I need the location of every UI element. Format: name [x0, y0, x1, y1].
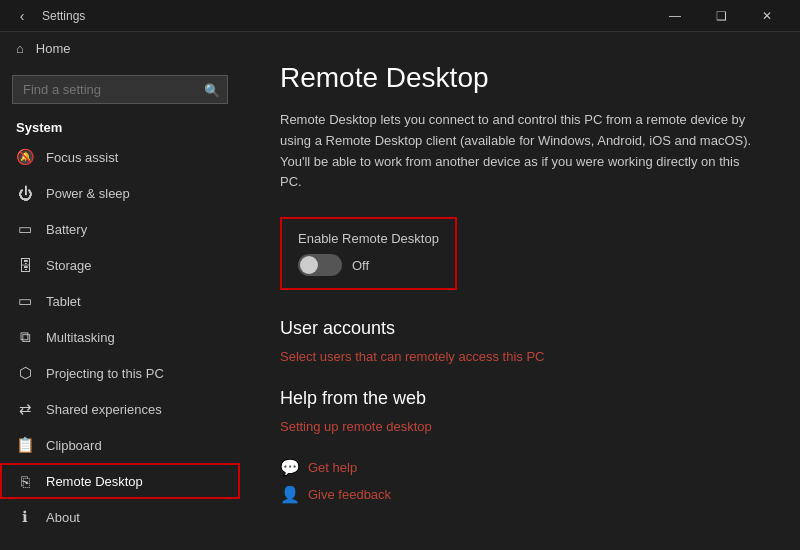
sidebar-item-focus-assist[interactable]: 🔕 Focus assist — [0, 139, 240, 175]
content-area: Remote Desktop Remote Desktop lets you c… — [240, 32, 800, 550]
sidebar-item-power-sleep[interactable]: ⏻ Power & sleep — [0, 175, 240, 211]
battery-label: Battery — [46, 222, 87, 237]
sidebar-item-multitasking[interactable]: ⧉ Multitasking — [0, 319, 240, 355]
window-controls: — ❑ ✕ — [652, 0, 790, 32]
page-title: Remote Desktop — [280, 62, 760, 94]
power-icon: ⏻ — [16, 184, 34, 202]
focus-assist-icon: 🔕 — [16, 148, 34, 166]
about-label: About — [46, 510, 80, 525]
toggle-row: Off — [298, 254, 439, 276]
close-button[interactable]: ✕ — [744, 0, 790, 32]
minimize-button[interactable]: — — [652, 0, 698, 32]
app-container: ⌂ Home 🔍 System 🔕 Focus assist ⏻ Power &… — [0, 32, 800, 550]
sidebar-item-storage[interactable]: 🗄 Storage — [0, 247, 240, 283]
back-button[interactable]: ‹ — [10, 4, 34, 28]
remote-desktop-icon: ⎘ — [16, 472, 34, 490]
titlebar: ‹ Settings — ❑ ✕ — [0, 0, 800, 32]
clipboard-label: Clipboard — [46, 438, 102, 453]
enable-remote-desktop-box: Enable Remote Desktop Off — [280, 217, 457, 290]
sidebar-item-projecting[interactable]: ⬡ Projecting to this PC — [0, 355, 240, 391]
help-link[interactable]: Setting up remote desktop — [280, 419, 760, 434]
sidebar-item-home[interactable]: ⌂ Home — [0, 32, 240, 65]
get-help-icon: 💬 — [280, 458, 300, 477]
give-feedback-link[interactable]: Give feedback — [308, 487, 391, 502]
give-feedback-icon: 👤 — [280, 485, 300, 504]
content-description: Remote Desktop lets you connect to and c… — [280, 110, 760, 193]
focus-assist-label: Focus assist — [46, 150, 118, 165]
sidebar-item-clipboard[interactable]: 📋 Clipboard — [0, 427, 240, 463]
sidebar: ⌂ Home 🔍 System 🔕 Focus assist ⏻ Power &… — [0, 32, 240, 550]
multitasking-label: Multitasking — [46, 330, 115, 345]
toggle-knob — [300, 256, 318, 274]
sidebar-search-container: 🔍 — [12, 75, 228, 104]
home-icon: ⌂ — [16, 41, 24, 56]
maximize-button[interactable]: ❑ — [698, 0, 744, 32]
get-help-row[interactable]: 💬 Get help — [280, 458, 760, 477]
toggle-state-label: Off — [352, 258, 369, 273]
storage-icon: 🗄 — [16, 256, 34, 274]
remote-desktop-toggle[interactable] — [298, 254, 342, 276]
enable-remote-desktop-label: Enable Remote Desktop — [298, 231, 439, 246]
search-icon: 🔍 — [204, 82, 220, 97]
shared-experiences-icon: ⇄ — [16, 400, 34, 418]
user-accounts-link[interactable]: Select users that can remotely access th… — [280, 349, 760, 364]
about-icon: ℹ — [16, 508, 34, 526]
shared-experiences-label: Shared experiences — [46, 402, 162, 417]
help-section: Help from the web Setting up remote desk… — [280, 388, 760, 434]
sidebar-item-remote-desktop[interactable]: ⎘ Remote Desktop — [0, 463, 240, 499]
sidebar-item-about[interactable]: ℹ About — [0, 499, 240, 535]
sidebar-home-label: Home — [36, 41, 71, 56]
sidebar-item-battery[interactable]: ▭ Battery — [0, 211, 240, 247]
tablet-icon: ▭ — [16, 292, 34, 310]
power-sleep-label: Power & sleep — [46, 186, 130, 201]
remote-desktop-label: Remote Desktop — [46, 474, 143, 489]
battery-icon: ▭ — [16, 220, 34, 238]
clipboard-icon: 📋 — [16, 436, 34, 454]
storage-label: Storage — [46, 258, 92, 273]
get-help-link[interactable]: Get help — [308, 460, 357, 475]
tablet-label: Tablet — [46, 294, 81, 309]
search-input[interactable] — [12, 75, 228, 104]
sidebar-item-shared-experiences[interactable]: ⇄ Shared experiences — [0, 391, 240, 427]
give-feedback-row[interactable]: 👤 Give feedback — [280, 485, 760, 504]
user-accounts-heading: User accounts — [280, 318, 760, 339]
sidebar-item-tablet[interactable]: ▭ Tablet — [0, 283, 240, 319]
projecting-label: Projecting to this PC — [46, 366, 164, 381]
help-heading: Help from the web — [280, 388, 760, 409]
projecting-icon: ⬡ — [16, 364, 34, 382]
titlebar-title: Settings — [42, 9, 652, 23]
multitasking-icon: ⧉ — [16, 328, 34, 346]
user-accounts-section: User accounts Select users that can remo… — [280, 318, 760, 364]
system-section-label: System — [0, 114, 240, 139]
